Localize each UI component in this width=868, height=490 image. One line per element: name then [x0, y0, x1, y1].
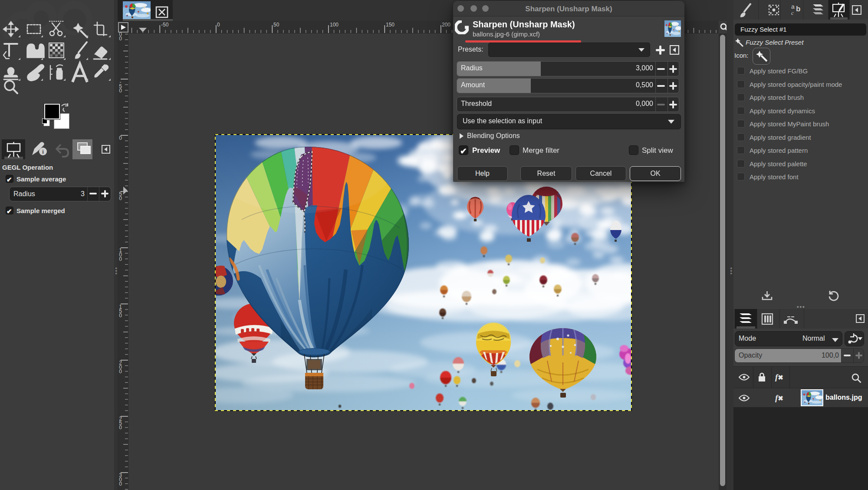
svg-text:b: b: [796, 5, 800, 13]
svg-text:c: c: [791, 10, 794, 16]
svg-text:i: i: [42, 148, 44, 155]
svg-text:a: a: [791, 3, 795, 10]
